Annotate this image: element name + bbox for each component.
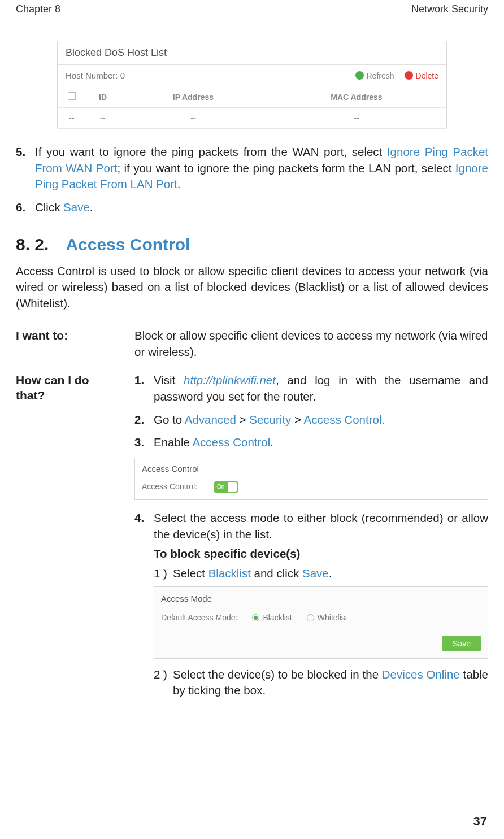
step-number: 3. xyxy=(134,434,154,451)
refresh-button[interactable]: Refresh xyxy=(355,71,394,80)
step-text: Go to Advanced > Security > Access Contr… xyxy=(154,412,385,428)
nav-access-control: Access Control. xyxy=(304,413,385,426)
i-want-to-body: Block or allow specific client devices t… xyxy=(134,328,488,360)
access-control-row-label: Access Control: xyxy=(142,481,197,493)
radio-whitelist[interactable]: Whitelist xyxy=(307,612,347,624)
table-header-row: ID IP Address MAC Address xyxy=(58,86,446,108)
host-number-label: Host Number: 0 xyxy=(66,71,125,80)
col-id: ID xyxy=(86,86,120,108)
select-all-checkbox[interactable] xyxy=(68,92,76,100)
step-text: Select the access mode to either block (… xyxy=(154,510,488,542)
sub-step-number: 2 ) xyxy=(154,667,173,699)
table-row: -- -- -- -- xyxy=(58,108,446,129)
step-number: 4. xyxy=(134,510,154,542)
header-left: Chapter 8 xyxy=(16,3,60,15)
sub-step-number: 1 ) xyxy=(154,566,173,582)
page-header: Chapter 8 Network Security xyxy=(16,0,488,18)
refresh-label: Refresh xyxy=(367,71,394,80)
delete-button[interactable]: Delete xyxy=(405,71,438,80)
delete-icon xyxy=(405,71,413,80)
fig1-title: Blocked DoS Host List xyxy=(58,41,446,65)
radio-blacklist-label: Blacklist xyxy=(263,612,292,624)
sub-steps-2: 2 ) Select the device(s) to be blocked i… xyxy=(154,667,488,699)
step-5: 5. If you want to ignore the ping packet… xyxy=(16,144,488,193)
cell: -- xyxy=(86,108,120,129)
step-text: If you want to ignore the ping packets f… xyxy=(35,144,488,193)
nav-security: Security xyxy=(249,413,291,426)
step-6: 6. Click Save. xyxy=(16,199,488,216)
sub-step-text: Select Blacklist and click Save. xyxy=(173,566,332,582)
steps-5-6: 5. If you want to ignore the ping packet… xyxy=(16,144,488,216)
step-number: 1. xyxy=(134,372,154,405)
step-number: 2. xyxy=(134,412,154,428)
nav-advanced: Advanced xyxy=(185,413,236,426)
i-want-to-block: I want to: Block or allow specific clien… xyxy=(16,328,488,360)
col-ip: IP Address xyxy=(120,86,267,108)
delete-label: Delete xyxy=(416,71,438,80)
page-number: 37 xyxy=(473,814,487,829)
devices-online-link: Devices Online xyxy=(382,668,460,681)
refresh-icon xyxy=(355,71,364,80)
default-access-mode-label: Default Access Mode: xyxy=(161,612,237,624)
step-text: Click Save. xyxy=(35,199,93,216)
how-step-1: 1. Visit http://tplinkwifi.net, and log … xyxy=(134,372,488,405)
how-steps: 1. Visit http://tplinkwifi.net, and log … xyxy=(134,372,488,451)
to-block-heading: To block specific device(s) xyxy=(154,546,488,562)
header-right: Network Security xyxy=(411,3,488,15)
sub-step-2: 2 ) Select the device(s) to be blocked i… xyxy=(154,667,488,699)
section-title: Access Control xyxy=(66,235,190,254)
blocked-dos-host-list-figure: Blocked DoS Host List Host Number: 0 Ref… xyxy=(57,41,447,129)
how-step-2: 2. Go to Advanced > Security > Access Co… xyxy=(134,412,488,428)
step-number: 6. xyxy=(16,199,35,216)
cell: -- xyxy=(120,108,267,129)
radio-whitelist-label: Whitelist xyxy=(318,612,347,624)
sub-steps: 1 ) Select Blacklist and click Save. xyxy=(154,566,488,582)
sub-step-1: 1 ) Select Blacklist and click Save. xyxy=(154,566,488,582)
how-step-4: 4. Select the access mode to either bloc… xyxy=(134,510,488,699)
save-link: Save xyxy=(302,567,329,580)
tplink-url-link[interactable]: http://tplinkwifi.net xyxy=(184,373,276,386)
section-heading: 8. 2.Access Control xyxy=(16,235,488,254)
save-link: Save xyxy=(63,201,90,214)
sub-step-text: Select the device(s) to be blocked in th… xyxy=(173,667,488,699)
radio-dot-icon xyxy=(252,614,259,621)
access-mode-figure: Access Mode Default Access Mode: Blackli… xyxy=(154,586,488,659)
radio-dot-icon xyxy=(307,614,314,621)
toggle-on-label: On xyxy=(217,483,224,491)
step-text: Visit http://tplinkwifi.net, and log in … xyxy=(154,372,488,405)
fig3-title: Access Mode xyxy=(161,593,481,605)
how-can-i-block: How can I do that? 1. Visit http://tplin… xyxy=(16,372,488,706)
col-mac: MAC Address xyxy=(267,86,446,108)
access-control-figure: Access Control Access Control: On xyxy=(134,458,488,500)
access-control-toggle[interactable]: On xyxy=(214,481,238,493)
blacklist-link: Blacklist xyxy=(208,567,251,580)
access-control-link: Access Control xyxy=(192,436,270,449)
step-number: 5. xyxy=(16,144,35,193)
section-intro: Access Control is used to block or allow… xyxy=(16,263,488,312)
radio-blacklist[interactable]: Blacklist xyxy=(252,612,292,624)
how-step-4-wrap: 4. Select the access mode to either bloc… xyxy=(134,510,488,699)
cell: -- xyxy=(58,108,86,129)
how-step-3: 3. Enable Access Control. xyxy=(134,434,488,451)
how-can-i-label: How can I do that? xyxy=(16,372,118,706)
cell: -- xyxy=(267,108,446,129)
dos-host-table: ID IP Address MAC Address -- -- -- -- xyxy=(58,86,446,129)
section-number: 8. 2. xyxy=(16,235,49,254)
step-text: Enable Access Control. xyxy=(154,434,273,451)
i-want-to-label: I want to: xyxy=(16,328,118,360)
fig2-title: Access Control xyxy=(142,463,481,475)
save-button[interactable]: Save xyxy=(442,636,481,651)
